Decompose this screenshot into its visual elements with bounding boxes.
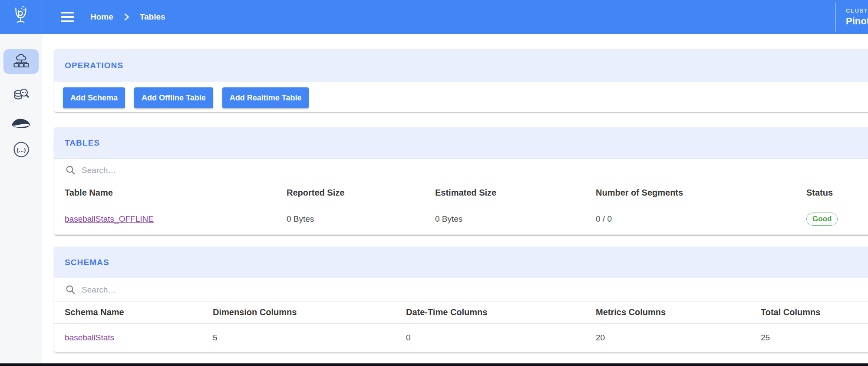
pinot-cluster-manager-page: Home Tables CLUST Pinot [0, 0, 868, 366]
reported-size-value: 0 Bytes [276, 204, 425, 234]
cluster-label: CLUST [846, 7, 868, 14]
column-header-datetime-columns: Date-Time Columns [396, 302, 585, 323]
query-console-icon [13, 87, 30, 104]
tables-table: Table Name Reported Size Estimated Size … [54, 182, 868, 235]
dimension-columns-value: 5 [202, 323, 396, 352]
table-row: baseballStats_OFFLINE 0 Bytes 0 Bytes 0 … [54, 204, 868, 234]
tables-search-row [54, 159, 868, 182]
pinot-wine-glass-icon [11, 5, 30, 29]
schemas-table-header-row: Schema Name Dimension Columns Date-Time … [54, 302, 868, 323]
add-realtime-table-button[interactable]: Add Realtime Table [222, 87, 309, 108]
search-icon [66, 165, 76, 175]
sidebar-nav: {…} [0, 34, 42, 363]
svg-text:{…}: {…} [17, 146, 26, 153]
total-columns-value: 25 [750, 323, 868, 352]
operations-buttons: Add Schema Add Offline Table Add Realtim… [54, 82, 868, 108]
column-header-dimension-columns: Dimension Columns [202, 302, 396, 323]
column-header-schema-name: Schema Name [54, 302, 202, 323]
sidebar-item-query-console[interactable] [0, 83, 42, 107]
breadcrumb-home[interactable]: Home [90, 12, 113, 22]
schema-row: baseballStats 5 0 20 25 [54, 323, 868, 352]
segments-count-value: 0 / 0 [585, 204, 796, 234]
schemas-search-input[interactable] [82, 285, 360, 295]
tables-search-input[interactable] [82, 166, 360, 175]
estimated-size-value: 0 Bytes [425, 204, 585, 234]
cluster-manager-icon [13, 54, 30, 70]
schemas-panel: SCHEMAS Schema Name Dimension Columns Da… [54, 247, 868, 353]
add-schema-button[interactable]: Add Schema [63, 87, 125, 108]
menu-toggle-button[interactable] [61, 12, 74, 22]
table-name-link[interactable]: baseballStats_OFFLINE [65, 214, 154, 223]
column-header-total-columns: Total Columns [750, 302, 868, 323]
schemas-header: SCHEMAS [54, 247, 868, 278]
column-header-number-of-segments: Number of Segments [585, 182, 796, 204]
schemas-table: Schema Name Dimension Columns Date-Time … [54, 302, 868, 353]
column-header-table-name: Table Name [54, 182, 276, 204]
operations-header: OPERATIONS [54, 49, 868, 82]
operations-title: OPERATIONS [65, 61, 123, 70]
schemas-title: SCHEMAS [65, 258, 109, 267]
status-badge: Good [806, 213, 838, 226]
pinot-logo [0, 0, 42, 34]
sidebar-item-zookeeper-browser[interactable] [0, 110, 42, 135]
breadcrumb: Home Tables [90, 0, 165, 34]
column-header-reported-size: Reported Size [276, 182, 425, 204]
cluster-info: CLUST Pinot [835, 2, 868, 32]
schema-name-link[interactable]: baseballStats [65, 333, 114, 342]
cluster-name: Pinot [846, 16, 868, 27]
window-bottom-edge [0, 363, 868, 366]
column-header-estimated-size: Estimated Size [425, 182, 585, 204]
tables-title: TABLES [65, 138, 100, 148]
chevron-right-icon [124, 13, 129, 21]
datetime-columns-value: 0 [396, 323, 585, 352]
tables-header: TABLES [54, 127, 868, 159]
tables-table-header-row: Table Name Reported Size Estimated Size … [54, 182, 868, 204]
sidebar-item-swagger-rest-api[interactable]: {…} [0, 137, 42, 162]
column-header-status: Status [796, 182, 868, 204]
sidebar-item-cluster-manager[interactable] [3, 49, 39, 74]
tables-panel: TABLES Table Name Reported Size Estimate… [54, 127, 868, 235]
swagger-rest-api-icon: {…} [13, 141, 30, 158]
schemas-search-row [54, 278, 868, 302]
column-header-metrics-columns: Metrics Columns [585, 302, 750, 323]
add-offline-table-button[interactable]: Add Offline Table [134, 87, 213, 108]
breadcrumb-current[interactable]: Tables [140, 12, 165, 22]
metrics-columns-value: 20 [585, 323, 750, 352]
search-icon [66, 285, 76, 295]
zookeeper-browser-icon [11, 117, 31, 128]
operations-panel: OPERATIONS Add Schema Add Offline Table … [54, 49, 868, 112]
top-app-bar: Home Tables CLUST Pinot [0, 0, 868, 34]
